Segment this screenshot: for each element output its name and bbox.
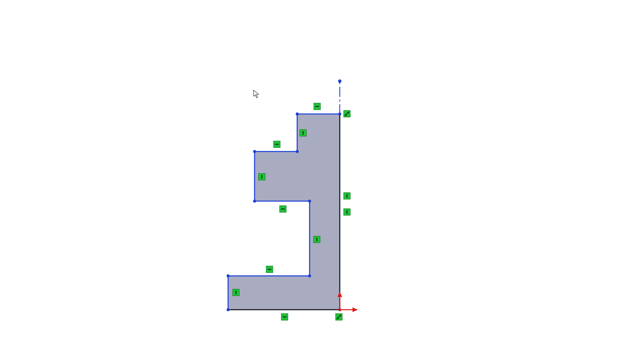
sketch-vertex[interactable] — [227, 308, 230, 311]
sketch-vertex[interactable] — [296, 150, 299, 153]
horizontal-constraint-icon[interactable] — [279, 205, 286, 213]
svg-point-2 — [347, 112, 349, 114]
svg-point-4 — [337, 317, 339, 319]
coincident-constraint-icon[interactable] — [343, 110, 351, 117]
vertical-constraint-icon[interactable] — [343, 208, 351, 216]
sketch-svg — [0, 0, 644, 362]
coincident-constraint-icon[interactable] — [335, 313, 342, 320]
sketch-vertex[interactable] — [253, 200, 256, 203]
sketch-vertex[interactable] — [253, 150, 256, 153]
horizontal-constraint-icon[interactable] — [273, 141, 280, 148]
vertical-constraint-icon[interactable] — [300, 129, 307, 136]
sketch-vertex[interactable] — [227, 275, 230, 278]
sketch-vertex[interactable] — [296, 113, 299, 116]
vertical-constraint-icon[interactable] — [343, 192, 351, 199]
origin-x-arrowhead-icon — [353, 307, 358, 312]
vertical-constraint-icon[interactable] — [232, 289, 239, 296]
sketch-canvas[interactable] — [0, 0, 644, 362]
vertical-constraint-icon[interactable] — [258, 173, 265, 180]
svg-point-5 — [339, 315, 341, 317]
sketch-vertex[interactable] — [308, 200, 311, 203]
centerline-endpoint[interactable] — [338, 79, 341, 83]
svg-point-1 — [345, 114, 347, 116]
horizontal-constraint-icon[interactable] — [314, 103, 321, 110]
horizontal-constraint-icon[interactable] — [266, 266, 273, 273]
sketch-vertex[interactable] — [308, 275, 311, 278]
vertical-constraint-icon[interactable] — [313, 236, 320, 243]
origin-point-icon — [338, 308, 341, 311]
horizontal-constraint-icon[interactable] — [281, 313, 288, 320]
sketch-vertex[interactable] — [338, 113, 341, 116]
